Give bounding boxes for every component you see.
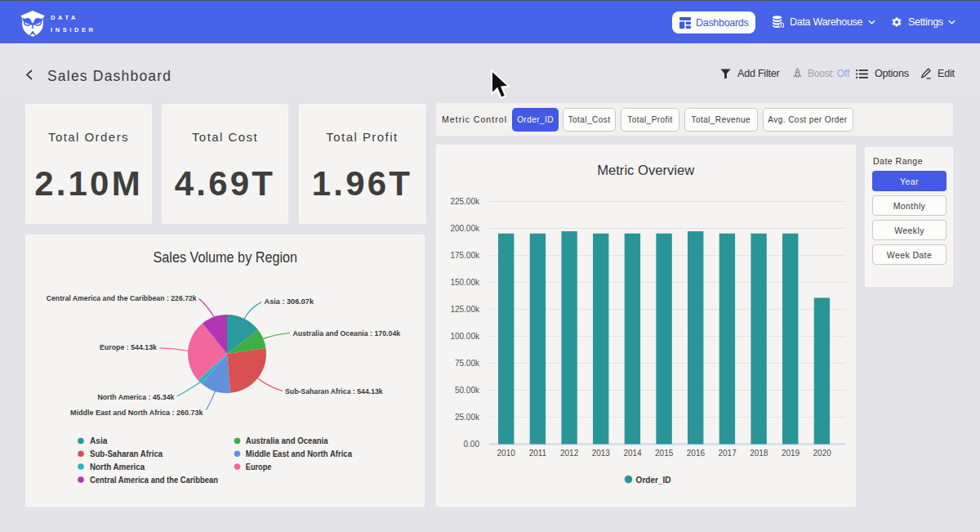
svg-text:Central America and the Caribb: Central America and the Caribbean bbox=[90, 475, 218, 485]
svg-text:75.00k: 75.00k bbox=[455, 359, 480, 368]
svg-text:Europe: Europe bbox=[246, 462, 272, 472]
svg-text:25.00k: 25.00k bbox=[455, 413, 480, 422]
svg-text:2010: 2010 bbox=[497, 449, 516, 458]
svg-text:Sales Volume by Region: Sales Volume by Region bbox=[153, 249, 297, 266]
svg-text:Order_ID: Order_ID bbox=[636, 476, 671, 485]
svg-text:Sub-Saharan Africa: Sub-Saharan Africa bbox=[90, 449, 163, 458]
svg-text:Europe : 544.13k: Europe : 544.13k bbox=[100, 343, 158, 351]
svg-text:2019: 2019 bbox=[782, 449, 800, 458]
svg-text:100.00k: 100.00k bbox=[450, 332, 480, 341]
svg-text:North America : 45.34k: North America : 45.34k bbox=[97, 393, 175, 401]
svg-text:2016: 2016 bbox=[687, 449, 706, 458]
svg-text:2011: 2011 bbox=[529, 449, 547, 458]
svg-text:Australia and Oceania : 170.04: Australia and Oceania : 170.04k bbox=[293, 329, 401, 338]
svg-text:0.00: 0.00 bbox=[464, 440, 480, 449]
svg-text:2012: 2012 bbox=[560, 449, 579, 458]
svg-text:Metric Overview: Metric Overview bbox=[597, 163, 695, 178]
svg-text:2015: 2015 bbox=[655, 449, 674, 458]
svg-text:175.00k: 175.00k bbox=[450, 251, 480, 260]
svg-text:2017: 2017 bbox=[718, 449, 737, 458]
svg-text:200.00k: 200.00k bbox=[450, 224, 480, 233]
svg-text:Asia: Asia bbox=[90, 436, 107, 445]
svg-text:Asia : 306.07k: Asia : 306.07k bbox=[265, 297, 314, 306]
svg-text:2014: 2014 bbox=[623, 449, 642, 458]
svg-text:Middle East and North Africa: Middle East and North Africa bbox=[246, 449, 352, 458]
svg-text:North America: North America bbox=[90, 462, 145, 472]
svg-text:Central America and the Caribb: Central America and the Caribbean : 226.… bbox=[47, 294, 198, 302]
svg-text:Australia and Oceania: Australia and Oceania bbox=[246, 436, 328, 445]
svg-text:225.00k: 225.00k bbox=[450, 197, 480, 206]
svg-text:Middle East and North Africa :: Middle East and North Africa : 260.73k bbox=[70, 409, 203, 417]
svg-text:125.00k: 125.00k bbox=[450, 305, 480, 314]
svg-text:50.00k: 50.00k bbox=[455, 386, 480, 395]
svg-text:2020: 2020 bbox=[813, 449, 832, 458]
svg-text:2013: 2013 bbox=[592, 449, 611, 458]
svg-text:150.00k: 150.00k bbox=[450, 278, 480, 287]
svg-text:Sub-Saharan Africa : 544.13k: Sub-Saharan Africa : 544.13k bbox=[285, 387, 383, 396]
svg-text:2018: 2018 bbox=[750, 449, 768, 458]
